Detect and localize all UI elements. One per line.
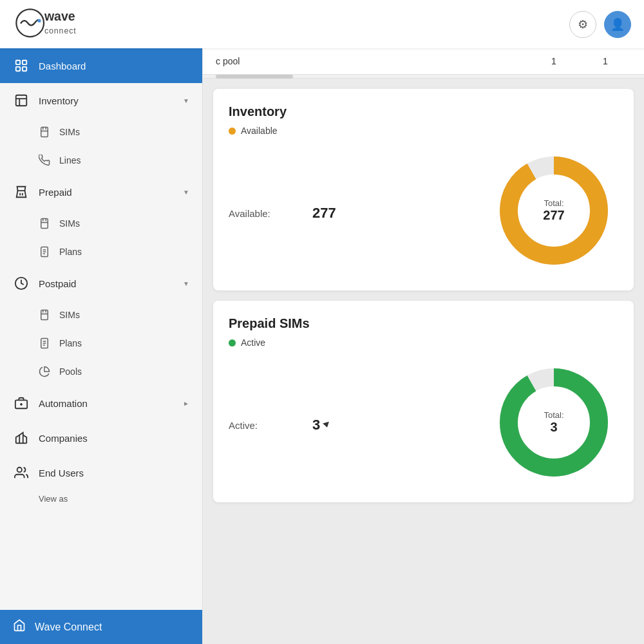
svg-rect-10 xyxy=(41,219,48,229)
automation-label: Automation xyxy=(39,398,88,409)
inventory-donut-chart: Total: 277 xyxy=(489,146,618,275)
sidebar-item-dashboard[interactable]: Dashboard xyxy=(0,48,202,83)
inventory-card-body: Available: 277 Total: 27 xyxy=(229,146,618,275)
prepaid-sim-icon xyxy=(37,216,52,231)
prepaid-icon xyxy=(13,184,30,200)
prepaid-stats: Active: 3 xyxy=(229,412,489,433)
prepaid-sims-card: Prepaid SIMs Active Active: 3 xyxy=(213,301,634,502)
content-area: c pool 1 1 Inventory Available Available… xyxy=(203,48,644,644)
svg-text:wave: wave xyxy=(44,9,75,23)
prepaid-legend: Active xyxy=(229,337,618,348)
sidebar-footer[interactable]: Wave Connect xyxy=(0,610,202,644)
inventory-donut-svg xyxy=(489,146,618,275)
prepaid-stat-label: Active: xyxy=(229,420,293,431)
postpaid-plans-label: Plans xyxy=(59,338,82,348)
postpaid-icon xyxy=(13,275,30,292)
svg-rect-8 xyxy=(16,95,27,106)
scrollbar-area[interactable] xyxy=(203,75,644,79)
table-top-row: c pool 1 1 xyxy=(203,48,644,75)
settings-button[interactable]: ⚙ xyxy=(569,11,596,38)
sidebar: Dashboard Inventory ▼ SIMs xyxy=(0,48,203,644)
view-as-label: View as xyxy=(0,490,202,509)
sidebar-item-prepaid[interactable]: Prepaid ▼ xyxy=(0,175,202,209)
sidebar-item-inventory[interactable]: Inventory ▼ xyxy=(0,83,202,118)
sidebar-item-end-users[interactable]: End Users xyxy=(0,455,202,490)
footer-label: Wave Connect xyxy=(35,621,102,633)
svg-point-18 xyxy=(17,468,22,472)
table-val2: 1 xyxy=(580,56,631,66)
postpaid-sim-icon xyxy=(37,308,52,322)
svg-point-20 xyxy=(509,166,599,256)
postpaid-plans-icon xyxy=(37,336,52,350)
sidebar-sub-item-inventory-sims[interactable]: SIMs xyxy=(0,118,202,146)
prepaid-card-body: Active: 3 Total: xyxy=(229,358,618,487)
inventory-label: Inventory xyxy=(39,95,79,106)
svg-rect-4 xyxy=(16,61,20,64)
sidebar-item-companies[interactable]: Companies xyxy=(0,421,202,455)
postpaid-pools-label: Pools xyxy=(59,366,82,377)
companies-label: Companies xyxy=(39,433,88,444)
logo-area: wave connect xyxy=(13,6,116,42)
prepaid-plans-icon xyxy=(37,245,52,259)
top-header: wave connect ⚙ 👤 xyxy=(0,0,644,48)
svg-rect-9 xyxy=(41,128,48,137)
table-val1: 1 xyxy=(528,56,580,66)
user-icon: 👤 xyxy=(611,17,625,32)
end-users-label: End Users xyxy=(39,468,84,478)
inventory-icon xyxy=(13,92,30,109)
inventory-legend-label: Available xyxy=(241,126,278,136)
prepaid-legend-dot xyxy=(229,339,236,346)
sidebar-item-automation[interactable]: Automation ► xyxy=(0,386,202,421)
logo: wave connect xyxy=(13,6,116,42)
svg-rect-13 xyxy=(41,310,48,320)
dashboard-icon xyxy=(13,57,30,74)
main-layout: Dashboard Inventory ▼ SIMs xyxy=(0,48,644,644)
user-profile-button[interactable]: 👤 xyxy=(604,11,631,38)
inventory-lines-label: Lines xyxy=(59,155,80,166)
postpaid-chevron: ▼ xyxy=(183,280,189,287)
inventory-legend: Available xyxy=(229,126,618,136)
sidebar-sub-item-prepaid-plans[interactable]: Plans xyxy=(0,238,202,266)
prepaid-donut-chart: Total: 3 xyxy=(489,358,618,487)
sidebar-sub-item-prepaid-sims[interactable]: SIMs xyxy=(0,209,202,238)
dashboard-label: Dashboard xyxy=(39,61,86,71)
prepaid-donut-svg xyxy=(489,358,618,487)
inventory-sims-label: SIMs xyxy=(59,127,80,137)
prepaid-plans-label: Plans xyxy=(59,247,82,257)
prepaid-chevron: ▼ xyxy=(183,189,189,196)
companies-icon xyxy=(13,430,30,446)
svg-rect-6 xyxy=(16,67,20,71)
home-icon xyxy=(13,619,26,635)
postpaid-label: Postpaid xyxy=(39,278,76,289)
svg-point-22 xyxy=(509,377,599,468)
inventory-stat-value: 277 xyxy=(312,205,336,222)
sidebar-sub-item-postpaid-plans[interactable]: Plans xyxy=(0,329,202,357)
cursor-pointer xyxy=(323,422,330,428)
inventory-card-title: Inventory xyxy=(229,104,618,119)
inventory-legend-dot xyxy=(229,128,236,135)
phone-icon xyxy=(37,153,52,167)
table-pool-label: c pool xyxy=(216,56,528,66)
svg-rect-5 xyxy=(23,61,26,64)
prepaid-card-title: Prepaid SIMs xyxy=(229,316,618,331)
postpaid-sims-label: SIMs xyxy=(59,310,80,320)
end-users-icon xyxy=(13,464,30,481)
inventory-card: Inventory Available Available: 277 xyxy=(213,89,634,290)
svg-point-1 xyxy=(37,19,41,23)
pools-icon xyxy=(37,365,52,379)
svg-text:connect: connect xyxy=(44,26,77,35)
sidebar-item-postpaid[interactable]: Postpaid ▼ xyxy=(0,266,202,301)
inventory-stats: Available: 277 xyxy=(229,200,489,222)
sidebar-sub-item-postpaid-pools[interactable]: Pools xyxy=(0,357,202,386)
inventory-stat-row: Available: 277 xyxy=(229,205,489,222)
sidebar-sub-item-postpaid-sims[interactable]: SIMs xyxy=(0,301,202,329)
scrollbar-thumb[interactable] xyxy=(216,75,293,79)
inventory-stat-label: Available: xyxy=(229,208,293,219)
sim-icon xyxy=(37,125,52,139)
prepaid-stat-row: Active: 3 xyxy=(229,417,489,433)
automation-chevron: ► xyxy=(183,400,189,407)
header-icons: ⚙ 👤 xyxy=(569,11,631,38)
sidebar-sub-item-inventory-lines[interactable]: Lines xyxy=(0,146,202,175)
prepaid-label: Prepaid xyxy=(39,187,72,198)
automation-icon xyxy=(13,395,30,412)
